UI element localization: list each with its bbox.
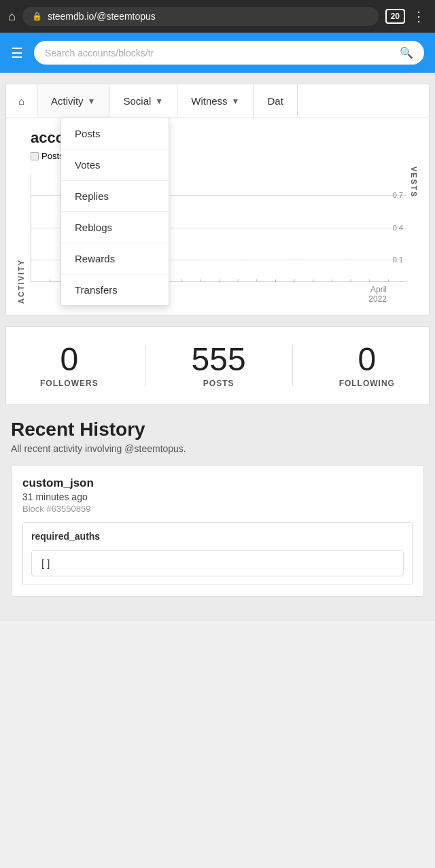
followers-count: 0: [40, 343, 99, 376]
dropdown-item-votes[interactable]: Votes: [61, 150, 169, 181]
stats-row: 0 FOLLOWERS 555 POSTS 0 FOLLOWING: [5, 326, 430, 405]
stat-following: 0 FOLLOWING: [339, 343, 395, 388]
legend-posts-dot: [31, 152, 39, 160]
social-chevron-icon: ▼: [155, 97, 163, 106]
dropdown-item-posts[interactable]: Posts: [61, 118, 169, 150]
card-time: 31 minutes ago: [22, 491, 413, 502]
activity-chevron-icon: ▼: [88, 97, 96, 106]
chart-y-label-right: VESTS: [410, 167, 418, 198]
lock-icon: 🔒: [32, 12, 42, 21]
dropdown-item-reblogs[interactable]: Reblogs: [61, 212, 169, 243]
tab-count[interactable]: 20: [385, 9, 405, 24]
posts-count: 555: [192, 343, 246, 376]
followers-label: FOLLOWERS: [40, 379, 99, 388]
app-header: ☰ Search accounts/blocks/tr 🔍: [0, 33, 435, 73]
activity-dropdown: Posts Votes Replies Reblogs Rewards Tran…: [60, 118, 169, 306]
posts-label: POSTS: [192, 379, 246, 388]
stat-divider-2: [292, 345, 293, 386]
nav-data[interactable]: Dat: [254, 84, 297, 118]
data-label: Dat: [267, 95, 283, 107]
url-text: steemdb.io/@steemtopus: [48, 11, 156, 22]
content-value: [ ]: [31, 550, 404, 576]
recent-history-subtitle: All recent activity involving @steemtopu…: [11, 443, 424, 454]
nav-witness[interactable]: Witness ▼: [177, 84, 254, 118]
dropdown-item-transfers[interactable]: Transfers: [61, 275, 169, 305]
dropdown-item-rewards[interactable]: Rewards: [61, 243, 169, 275]
chart-ytick-04: 0.4: [393, 224, 403, 232]
card-content: required_auths [ ]: [22, 522, 413, 585]
nav-social[interactable]: Social ▼: [109, 84, 177, 118]
nav-home[interactable]: ⌂: [6, 84, 37, 118]
chart-x-month: April: [370, 285, 387, 294]
hamburger-icon[interactable]: ☰: [11, 45, 23, 61]
recent-history-section: Recent History All recent activity invol…: [0, 405, 435, 610]
activity-label: Activity: [51, 95, 84, 107]
card-type: custom_json: [22, 476, 413, 490]
browser-menu-icon[interactable]: ⋮: [412, 8, 427, 24]
witness-label: Witness: [191, 95, 227, 107]
history-card: custom_json 31 minutes ago Block #635508…: [11, 465, 424, 597]
search-placeholder-text: Search accounts/blocks/tr: [45, 48, 154, 58]
stat-followers: 0 FOLLOWERS: [40, 343, 99, 388]
dropdown-item-replies[interactable]: Replies: [61, 181, 169, 212]
home-nav-icon: ⌂: [18, 95, 24, 107]
chart-ytick-07: 0.7: [393, 191, 403, 199]
witness-chevron-icon: ▼: [232, 97, 240, 106]
browser-chrome: ⌂ 🔒 steemdb.io/@steemtopus 20 ⋮: [0, 0, 435, 33]
address-bar[interactable]: 🔒 steemdb.io/@steemtopus: [22, 7, 379, 26]
following-label: FOLLOWING: [339, 379, 395, 388]
following-count: 0: [339, 343, 395, 376]
nav-activity[interactable]: Activity ▼: [37, 84, 109, 118]
legend-posts: Posts: [31, 151, 64, 161]
content-label: required_auths: [31, 531, 404, 542]
search-bar[interactable]: Search accounts/blocks/tr 🔍: [34, 41, 424, 65]
recent-history-title: Recent History: [11, 419, 424, 440]
browser-home-icon[interactable]: ⌂: [8, 10, 16, 24]
search-icon[interactable]: 🔍: [400, 46, 413, 59]
page-background: ⌂ Activity ▼ Social ▼ Witness ▼ Dat Post…: [0, 73, 435, 621]
stat-divider-1: [145, 345, 145, 386]
nav-bar: ⌂ Activity ▼ Social ▼ Witness ▼ Dat Post…: [5, 84, 430, 118]
chart-y-label-left: ACTIVITY: [17, 129, 25, 304]
chart-ytick-01: 0.1: [393, 256, 403, 264]
stat-posts: 555 POSTS: [192, 343, 246, 388]
social-label: Social: [123, 95, 151, 107]
card-block: Block #63550859: [22, 504, 413, 514]
